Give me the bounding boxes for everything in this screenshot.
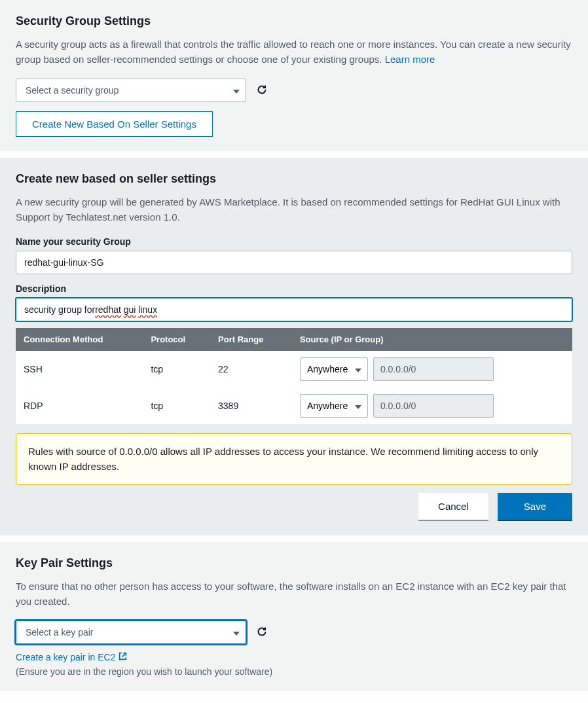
sg-desc-w2: gui [124,304,136,315]
create-new-title: Create new based on seller settings [16,172,572,186]
sg-desc-prefix: security group for [24,304,95,315]
create-kp-link-text: Create a key pair in EC2 [16,652,116,662]
refresh-sg-button[interactable] [255,84,268,97]
col-source: Source (IP or Group) [292,328,572,351]
sg-name-input[interactable] [16,251,572,274]
region-note: (Ensure you are in the region you wish t… [16,666,572,677]
open-access-warning: Rules with source of 0.0.0.0/0 allows al… [16,433,572,485]
cell-method: SSH [16,351,143,388]
cancel-button[interactable]: Cancel [418,493,488,521]
kp-select-wrap: Select a key pair [16,621,246,644]
external-link-icon [119,652,127,662]
col-connection: Connection Method [16,328,143,351]
create-new-sg-panel: Create new based on seller settings A ne… [0,158,588,535]
sg-name-label: Name your security Group [16,236,572,247]
security-group-settings-panel: Security Group Settings A security group… [0,0,588,151]
key-pair-select[interactable]: Select a key pair [16,621,246,644]
create-key-pair-link[interactable]: Create a key pair in EC2 [16,652,127,662]
source-type-select[interactable]: Anywhere [300,394,368,418]
create-new-sg-button[interactable]: Create New Based On Seller Settings [16,111,213,137]
sg-settings-description: A security group acts as a firewall that… [16,37,572,67]
col-protocol: Protocol [143,328,210,351]
cell-protocol: tcp [143,351,210,388]
sg-rules-table: Connection Method Protocol Port Range So… [16,328,572,424]
sg-desc-w1: redhat [95,304,121,315]
sg-settings-desc-text: A security group acts as a firewall that… [16,39,571,65]
refresh-icon [257,84,267,97]
sg-settings-title: Security Group Settings [16,14,572,28]
learn-more-link[interactable]: Learn more [385,54,435,65]
table-row: SSH tcp 22 Anywhere [16,351,572,388]
refresh-icon [257,626,267,639]
security-group-select[interactable]: Select a security group [16,79,246,102]
refresh-kp-button[interactable] [255,626,268,639]
launch-bar: Launch [0,698,588,703]
save-button[interactable]: Save [498,493,572,521]
col-port: Port Range [210,328,292,351]
cell-method: RDP [16,388,143,424]
cell-protocol: tcp [143,388,210,424]
sg-select-wrap: Select a security group [16,79,246,102]
source-type-wrap: Anywhere [300,394,368,418]
kp-description: To ensure that no other person has acces… [16,579,572,609]
cell-port: 22 [210,351,292,388]
table-row: RDP tcp 3389 Anywhere [16,388,572,424]
key-pair-settings-panel: Key Pair Settings To ensure that no othe… [0,542,588,691]
create-new-description: A new security group will be generated b… [16,195,572,225]
sg-desc-input[interactable]: security group for redhat gui linux [16,298,572,321]
source-type-select[interactable]: Anywhere [300,357,368,381]
source-ip-input[interactable] [373,394,494,418]
sg-desc-label: Description [16,283,572,294]
cell-port: 3389 [210,388,292,424]
sg-desc-w3: linux [138,304,157,315]
kp-title: Key Pair Settings [16,556,572,570]
source-ip-input[interactable] [373,357,494,381]
source-type-wrap: Anywhere [300,357,368,381]
